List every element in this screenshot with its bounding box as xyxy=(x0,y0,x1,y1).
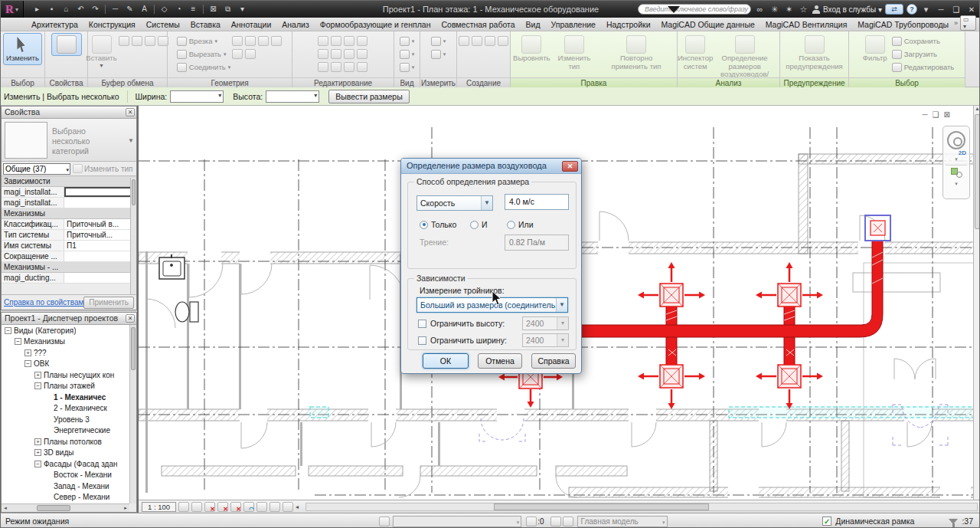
tool-icon[interactable] xyxy=(258,36,269,46)
tab-Архитектура[interactable]: Архитектура xyxy=(26,18,83,31)
air-terminal[interactable] xyxy=(865,215,890,241)
dialog-close-button[interactable]: ✕ xyxy=(562,161,578,172)
tool-icon[interactable] xyxy=(318,62,328,72)
detail-level-icon[interactable] xyxy=(178,502,189,512)
shadows-icon[interactable]: ✕ xyxy=(217,502,228,512)
key-icon[interactable]: ✳ xyxy=(769,5,780,15)
radio-only[interactable]: Только xyxy=(420,220,456,229)
close-hidden-windows-icon[interactable]: ⊠ xyxy=(207,3,220,15)
ok-button[interactable]: ОК xyxy=(423,353,469,369)
show-crop-icon[interactable]: ◠ xyxy=(243,502,254,512)
user-icon[interactable] xyxy=(812,5,820,14)
ribbon-button-Фильтр[interactable]: Фильтр xyxy=(860,33,890,65)
ribbon-button-Показать предупреждения[interactable]: Показать предупреждения xyxy=(782,33,846,73)
tool-icon[interactable] xyxy=(271,36,282,46)
tool-row[interactable]: ▾ xyxy=(431,48,446,60)
chevron-down-icon[interactable]: ▾ xyxy=(943,181,969,187)
zoom-icon[interactable] xyxy=(951,168,962,179)
tool-icon[interactable] xyxy=(472,36,482,46)
tool-icon[interactable] xyxy=(331,36,341,46)
tool-icon[interactable] xyxy=(459,36,469,46)
help-button[interactable]: Справка xyxy=(531,353,576,369)
tool-icon[interactable] xyxy=(357,36,368,46)
view-close-icon[interactable]: ⊠ xyxy=(944,110,950,119)
property-group-header[interactable]: Зависимости^ xyxy=(2,176,136,187)
sun-path-icon[interactable]: ✕ xyxy=(204,502,215,512)
tab-Конструкция[interactable]: Конструкция xyxy=(83,18,141,31)
cancel-button[interactable]: Отмена xyxy=(478,353,522,369)
tab-Системы[interactable]: Системы xyxy=(141,18,185,31)
tab-Вставка[interactable]: Вставка xyxy=(185,18,226,31)
ribbon-item-Редактировать[interactable]: Редактировать xyxy=(892,61,955,73)
tree-item-???[interactable]: +??? xyxy=(2,347,129,359)
property-row[interactable]: magi_installat... xyxy=(2,187,136,198)
chevron-down-icon[interactable]: ▼ xyxy=(128,137,134,144)
ribbon-item-Загрузить[interactable]: Загрузить xyxy=(892,48,955,60)
property-row[interactable]: magi_installat... xyxy=(2,198,136,208)
favorites-icon[interactable]: ☆ xyxy=(798,5,809,15)
property-row[interactable]: magi_ducting... xyxy=(2,273,136,284)
chevron-down-icon[interactable]: ▾ xyxy=(943,156,969,162)
tree-item-Механизмы[interactable]: −Механизмы xyxy=(2,336,129,348)
ribbon-button-Вставить[interactable]: Вставить▼ xyxy=(87,33,117,71)
collapse-icon[interactable]: − xyxy=(15,338,21,345)
switch-windows-icon[interactable]: ⧉ xyxy=(221,3,234,15)
exclude-options-icon[interactable] xyxy=(563,517,573,526)
save-icon[interactable]: ▪ xyxy=(45,3,58,15)
property-value[interactable] xyxy=(64,187,136,197)
tree-item-Уровень 3[interactable]: Уровень 3 xyxy=(2,414,129,425)
tab-Формообразующие и генплан[interactable]: Формообразующие и генплан xyxy=(315,18,436,31)
design-options-icon[interactable] xyxy=(526,517,537,526)
ribbon-button-Выровнять[interactable]: Выровнять xyxy=(513,33,550,65)
undo-icon[interactable]: ↶ xyxy=(74,3,87,15)
ribbon-item-Соединить[interactable]: Соединить▾ xyxy=(177,61,230,73)
tool-icon[interactable] xyxy=(119,36,129,46)
aligned-dimension-icon[interactable]: ✎ xyxy=(123,3,136,15)
tool-icon[interactable] xyxy=(318,36,328,46)
tool-row[interactable]: ▾ xyxy=(400,35,415,47)
tree-item-2 - Механическ[interactable]: 2 - Механическ xyxy=(2,403,129,415)
properties-scrollbar[interactable] xyxy=(130,178,136,294)
property-group-header[interactable]: Механизмы - ...^ xyxy=(2,262,136,273)
property-value[interactable]: П1 xyxy=(64,241,136,251)
tab-MagiCAD Трубопроводы[interactable]: MagiCAD Трубопроводы xyxy=(852,18,954,31)
canvas-hscrollbar[interactable] xyxy=(305,503,978,511)
ribbon-button-icon[interactable] xyxy=(51,33,82,56)
apply-button[interactable]: Применить xyxy=(83,297,134,309)
tool-row[interactable]: ▾ xyxy=(400,61,415,73)
section-icon[interactable]: ◔ xyxy=(172,3,185,15)
3d-view-icon[interactable]: ◇ xyxy=(158,3,171,15)
property-value[interactable] xyxy=(64,198,136,208)
tool-icon[interactable] xyxy=(498,36,508,46)
collapse-icon[interactable]: − xyxy=(34,382,41,389)
help-icon[interactable]: ? xyxy=(906,4,917,15)
ribbon-item-Сохранить[interactable]: Сохранить xyxy=(892,35,955,47)
close-button[interactable]: ✕ xyxy=(965,5,978,14)
ribbon-button-Изменить[interactable]: Изменить xyxy=(3,33,42,65)
worksets-combo[interactable] xyxy=(393,516,521,527)
property-row[interactable]: Тип системыПриточный... xyxy=(2,230,136,241)
minimize-button[interactable]: ─ xyxy=(935,5,947,14)
tree-item-3D виды[interactable]: +3D виды xyxy=(2,448,129,459)
tool-icon[interactable] xyxy=(318,49,328,59)
tree-item-Планы этажей[interactable]: −Планы этажей xyxy=(2,381,129,392)
view-restore-icon[interactable]: ❑ xyxy=(933,110,939,119)
collapse-icon[interactable]: − xyxy=(34,461,41,467)
property-group-header[interactable]: Механизмы^ xyxy=(2,208,136,219)
worksharing-display-icon[interactable] xyxy=(283,502,293,512)
tool-icon[interactable] xyxy=(245,49,256,59)
open-icon[interactable]: ▸ xyxy=(31,3,44,15)
tree-hscrollbar[interactable]: ◂ ▸ xyxy=(2,503,129,512)
canvas-vscrollbar[interactable]: ▲ xyxy=(973,106,980,500)
properties-header[interactable]: Свойства ✕ xyxy=(2,107,136,119)
exchange-apps-icon[interactable]: ⇄ xyxy=(885,4,903,15)
worksets-icon[interactable] xyxy=(379,517,390,526)
tool-icon[interactable] xyxy=(344,49,354,59)
tab-Вид[interactable]: Вид xyxy=(521,18,546,31)
sign-in-button[interactable]: Вход в службы ▾ xyxy=(823,5,882,14)
property-value[interactable]: Приточный в... xyxy=(64,219,136,229)
property-value[interactable] xyxy=(64,251,136,261)
ribbon-button-Изменить тип[interactable]: Изменить тип xyxy=(552,33,596,73)
tool-icon[interactable] xyxy=(232,36,243,46)
communication-icon[interactable]: ✶ xyxy=(783,5,795,15)
